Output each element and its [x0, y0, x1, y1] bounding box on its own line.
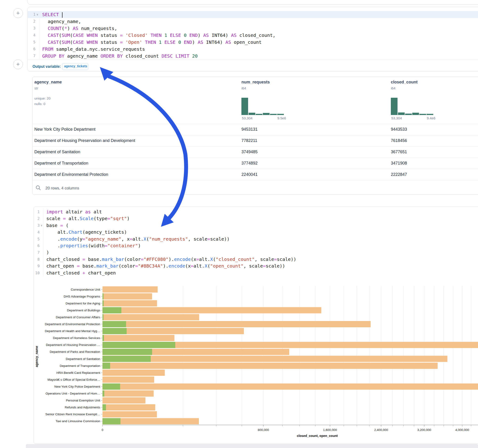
bar-closed — [103, 321, 371, 327]
sql-code-editor[interactable]: 1∨SELECT 2 agency_name,3 COUNT(*) AS num… — [28, 11, 478, 59]
line-number: 7 — [34, 249, 40, 256]
bar-open — [103, 404, 106, 411]
line-number: 4 — [34, 229, 40, 236]
bar-closed — [103, 404, 155, 411]
histogram-bar — [277, 114, 284, 115]
y-axis-label: Operations Unit - Department of Hom… — [45, 392, 100, 395]
line-number: 10 — [34, 270, 40, 276]
code-line[interactable]: 8chart_closed = base.mark_bar(color="#FF… — [34, 256, 478, 263]
y-axis-label: Department of Transportation — [60, 364, 100, 367]
table-cell: 3774892 — [241, 161, 258, 166]
x-tick-label: 3,200,000 — [417, 428, 431, 432]
bar-closed — [103, 307, 321, 313]
bar-closed — [103, 314, 199, 320]
y-axis-label: Department of Health and Mental Hyg… — [45, 329, 100, 333]
code-line[interactable]: 4 CAST(SUM(CASE WHEN status = 'Closed' T… — [28, 32, 478, 39]
line-number: 5 — [28, 39, 36, 46]
y-axis-label: Department for the Aging — [65, 302, 100, 305]
bar-open — [103, 363, 110, 369]
code-line[interactable]: 9chart_open = base.mark_bar(color="#8BC3… — [34, 263, 478, 269]
bar-closed — [103, 300, 157, 306]
x-tick-label: 4,000,000 — [455, 428, 469, 432]
column-header-num-requests[interactable]: num_requests — [241, 80, 270, 85]
column-stat-nulls: nulls: 0 — [34, 102, 45, 106]
column-header-closed-count[interactable]: closed_count — [391, 80, 418, 85]
hist-min-label-closed-count: 53,304 — [391, 116, 402, 120]
histogram-bar — [263, 113, 270, 115]
x-tick-label: 1,600,000 — [323, 428, 337, 432]
output-variable-label: Output variable: — [32, 64, 61, 69]
histogram-bar — [398, 112, 405, 115]
y-axis-label: Mayorâ€ s Office of Special Enforce… — [48, 378, 100, 381]
table-cell: 9453131 — [241, 127, 258, 132]
code-line[interactable]: 2 agency_name, — [28, 18, 478, 25]
code-line[interactable]: 10chart_closed + chart_open — [34, 270, 478, 276]
table-cell: Department of Sanitation — [34, 149, 80, 154]
histogram-bar — [391, 98, 397, 115]
y-axis-label: Refunds and Adjustments — [65, 406, 100, 409]
x-tick-label: 800,000 — [258, 428, 269, 432]
add-cell-button-output[interactable]: + — [13, 59, 23, 69]
histogram-bar — [241, 98, 248, 115]
bar-open — [103, 384, 120, 390]
bar-closed — [103, 384, 478, 390]
table-cell: 2222847 — [391, 172, 407, 177]
table-cell: 2240041 — [241, 172, 258, 177]
code-text: chart_open = base.mark_bar(color="#8BC34… — [43, 263, 285, 269]
line-number: 8 — [34, 256, 40, 263]
add-cell-button-top[interactable]: + — [13, 8, 23, 18]
y-axis-label: Taxi and Limousine Commission — [56, 419, 100, 423]
bar-open — [103, 300, 104, 306]
y-axis-label: Department of Homeless Services — [53, 336, 100, 340]
table-summary: 20 rows, 4 columns — [45, 186, 79, 191]
histogram-bar — [419, 114, 426, 115]
code-line[interactable]: 5 CAST(SUM(CASE WHEN status = 'Open' THE… — [28, 39, 478, 46]
y-axis-label: Department of Environmental Protection — [45, 322, 100, 326]
code-text: COUNT(*) AS num_requests, — [39, 25, 117, 32]
bottom-scrollbar[interactable] — [26, 444, 478, 448]
table-cell: 7782211 — [241, 138, 257, 143]
bar-closed — [103, 390, 154, 397]
bar-open — [103, 307, 121, 313]
bar-open — [103, 342, 176, 348]
y-axis-label: Personal Exemption Unit — [66, 399, 100, 402]
code-text: CAST(SUM(CASE WHEN status = 'Closed' THE… — [39, 32, 276, 39]
fold-chevron-icon[interactable]: ∨ — [40, 222, 43, 229]
altair-chart: Correspondence UnitDHS Advantage Program… — [34, 283, 478, 444]
y-axis-title: agency_name — [35, 346, 38, 367]
annotation-arrow — [88, 55, 203, 244]
line-number: 1 — [28, 11, 36, 18]
histogram-closed-count — [391, 94, 437, 117]
fold-chevron-icon[interactable]: ∨ — [36, 11, 39, 18]
code-line[interactable]: 6FROM sample_data.nyc.service_requests — [28, 46, 478, 53]
histogram-bar — [256, 114, 262, 115]
code-line[interactable]: 7) — [34, 249, 478, 256]
code-line[interactable]: 3 COUNT(*) AS num_requests, — [28, 25, 478, 32]
y-axis-label: Correspondence Unit — [71, 288, 100, 291]
y-axis-label: Department of Housing Preservation … — [46, 343, 100, 347]
table-cell: Department of Transportation — [34, 161, 88, 166]
table-cell: 3749485 — [241, 149, 258, 154]
line-number: 9 — [34, 263, 40, 269]
bar-closed — [103, 286, 158, 293]
y-axis-label: Department of Buildings — [67, 309, 100, 312]
line-number: 7 — [28, 53, 36, 59]
x-tick-label: 0 — [102, 428, 104, 432]
y-axis-label: HRA Benefit Card Replacement — [57, 371, 100, 374]
bar-closed — [103, 377, 154, 383]
output-variable-pill[interactable]: agency_tickets — [62, 63, 88, 70]
code-line[interactable]: 1∨SELECT — [28, 11, 478, 18]
search-icon[interactable] — [35, 185, 41, 191]
y-axis-label: Department of Consumer Affairs — [56, 316, 100, 319]
bar-open — [103, 356, 151, 362]
bar-closed — [103, 397, 145, 404]
bar-closed — [103, 293, 152, 300]
y-axis-label: DHS Advantage Programs — [64, 295, 100, 298]
code-text: chart_closed + chart_open — [43, 270, 116, 276]
previous-cell-edge — [27, 0, 478, 5]
column-header-agency-name[interactable]: agency_name — [34, 80, 62, 85]
bar-open — [103, 418, 121, 424]
line-number: 6 — [28, 46, 36, 53]
bar-open — [103, 321, 126, 327]
line-number: 3 — [34, 222, 40, 229]
